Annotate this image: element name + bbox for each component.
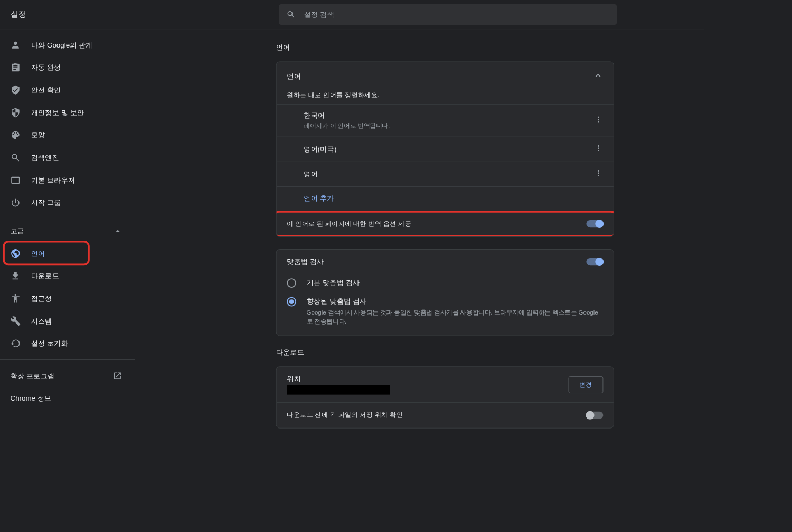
accessibility-icon — [11, 293, 21, 304]
radio-label: 기본 맞춤법 검사 — [307, 278, 360, 287]
more-button[interactable] — [594, 115, 604, 126]
language-name: 영어 — [304, 169, 318, 178]
sidebar-item-label: 언어 — [31, 249, 45, 258]
translate-option-label: 이 언어로 된 페이지에 대한 번역 옵션 제공 — [287, 220, 411, 228]
sidebar-item-label: Chrome 정보 — [11, 394, 52, 403]
sidebar-item-about[interactable]: Chrome 정보 — [0, 387, 135, 410]
radio-icon — [287, 297, 296, 307]
sidebar-item-label: 모양 — [31, 131, 45, 140]
sidebar-item-privacy[interactable]: 개인정보 및 보안 — [0, 101, 127, 124]
language-card-header[interactable]: 언어 — [277, 62, 614, 91]
sidebar-item-label: 접근성 — [31, 294, 52, 303]
spellcheck-basic-row[interactable]: 기본 맞춤법 검사 — [277, 273, 614, 292]
sidebar-item-label: 개인정보 및 보안 — [31, 108, 84, 117]
power-icon — [11, 197, 21, 208]
search-input[interactable] — [304, 11, 609, 18]
location-label: 위치 — [287, 374, 390, 383]
spellcheck-enhanced-row[interactable]: 향상된 맞춤법 검사 Google 검색에서 사용되는 것과 동일한 맞춤법 검… — [277, 292, 614, 336]
radio-label: 향상된 맞춤법 검사 — [307, 297, 604, 306]
sidebar-item-label: 안전 확인 — [31, 86, 61, 94]
sidebar-item-autofill[interactable]: 자동 완성 — [0, 56, 127, 79]
wrench-icon — [11, 316, 21, 326]
header: 설정 — [0, 0, 704, 29]
sidebar-section-advanced[interactable]: 고급 — [0, 220, 135, 242]
sidebar-item-language[interactable]: 언어 — [0, 242, 127, 265]
change-button[interactable]: 변경 — [569, 376, 604, 393]
browser-icon — [11, 175, 21, 186]
search-icon — [286, 10, 296, 19]
ask-label: 다운로드 전에 각 파일의 저장 위치 확인 — [287, 411, 403, 420]
sidebar: 나와 Google의 관계 자동 완성 안전 확인 개인정보 및 보안 모양 검… — [0, 29, 135, 473]
sidebar-item-label: 시스템 — [31, 317, 52, 326]
translate-toggle[interactable] — [586, 220, 603, 227]
main-content: 언어 언어 원하는 대로 언어를 정렬하세요. 한국어 페이지가 이 언어로 번… — [135, 29, 704, 473]
spellcheck-toggle[interactable] — [586, 258, 603, 265]
more-button[interactable] — [594, 168, 604, 179]
sidebar-item-label: 나와 Google의 관계 — [31, 41, 93, 50]
language-name: 영어(미국) — [304, 145, 336, 154]
sidebar-item-appearance[interactable]: 모양 — [0, 124, 127, 147]
sidebar-item-extensions[interactable]: 확장 프로그램 — [0, 365, 135, 387]
sidebar-item-accessibility[interactable]: 접근성 — [0, 287, 127, 310]
app-title: 설정 — [0, 9, 279, 20]
chevron-up-icon — [593, 70, 604, 82]
translate-option-row: 이 언어로 된 페이지에 대한 번역 옵션 제공 — [277, 211, 614, 236]
sidebar-item-label: 자동 완성 — [31, 63, 61, 72]
sidebar-item-reset[interactable]: 설정 초기화 — [0, 332, 127, 355]
radio-icon — [287, 278, 296, 288]
add-language-label: 언어 추가 — [304, 194, 334, 202]
sidebar-section-label: 고급 — [11, 226, 25, 235]
download-location-row: 위치 변경 — [277, 367, 614, 402]
search-box[interactable] — [279, 4, 617, 25]
language-row-korean: 한국어 페이지가 이 언어로 번역됩니다. — [277, 104, 614, 136]
globe-icon — [11, 248, 21, 259]
language-sub: 페이지가 이 언어로 번역됩니다. — [304, 121, 390, 130]
sidebar-item-default-browser[interactable]: 기본 브라우저 — [0, 169, 127, 192]
sidebar-item-label: 검색엔진 — [31, 153, 59, 162]
radio-sub: Google 검색에서 사용되는 것과 동일한 맞춤법 검사기를 사용합니다. … — [307, 308, 604, 326]
shield-check-icon — [11, 85, 21, 96]
external-link-icon — [112, 371, 122, 381]
download-card: 위치 변경 다운로드 전에 각 파일의 저장 위치 확인 — [276, 366, 614, 428]
sidebar-item-safety[interactable]: 안전 확인 — [0, 79, 127, 101]
sidebar-item-startup[interactable]: 시작 그룹 — [0, 192, 127, 214]
person-icon — [11, 40, 21, 51]
sidebar-item-label: 기본 브라우저 — [31, 176, 76, 185]
autofill-icon — [11, 62, 21, 73]
shield-icon — [11, 108, 21, 118]
sidebar-item-google[interactable]: 나와 Google의 관계 — [0, 34, 127, 56]
chevron-up-icon — [116, 230, 120, 232]
spellcheck-card: 맞춤법 검사 기본 맞춤법 검사 향상된 맞춤법 검사 Google 검색에 — [276, 249, 614, 336]
search-icon — [11, 153, 21, 163]
ask-toggle[interactable] — [586, 412, 603, 419]
section-title-downloads: 다운로드 — [276, 348, 704, 357]
sidebar-item-label: 시작 그룹 — [31, 198, 61, 207]
location-path-redacted — [287, 385, 390, 395]
sidebar-item-search-engine[interactable]: 검색엔진 — [0, 146, 127, 169]
language-row-english-us: 영어(미국) — [277, 137, 614, 162]
section-title-language: 언어 — [276, 43, 704, 52]
sidebar-item-label: 다운로드 — [31, 271, 59, 280]
download-icon — [11, 271, 21, 281]
language-card-desc: 원하는 대로 언어를 정렬하세요. — [277, 91, 614, 104]
add-language-row[interactable]: 언어 추가 — [277, 186, 614, 211]
language-card: 언어 원하는 대로 언어를 정렬하세요. 한국어 페이지가 이 언어로 번역됩니… — [276, 61, 614, 236]
spellcheck-header-row: 맞춤법 검사 — [277, 250, 614, 273]
spellcheck-label: 맞춤법 검사 — [287, 257, 324, 266]
sidebar-item-label: 설정 초기화 — [31, 339, 68, 348]
download-ask-row: 다운로드 전에 각 파일의 저장 위치 확인 — [277, 402, 614, 428]
sidebar-item-label: 확장 프로그램 — [11, 372, 55, 381]
more-button[interactable] — [594, 144, 604, 155]
restore-icon — [11, 338, 21, 349]
sidebar-item-system[interactable]: 시스템 — [0, 310, 127, 332]
palette-icon — [11, 130, 21, 140]
language-row-english: 영어 — [277, 162, 614, 186]
language-name: 한국어 — [304, 111, 390, 120]
sidebar-item-downloads[interactable]: 다운로드 — [0, 264, 127, 287]
